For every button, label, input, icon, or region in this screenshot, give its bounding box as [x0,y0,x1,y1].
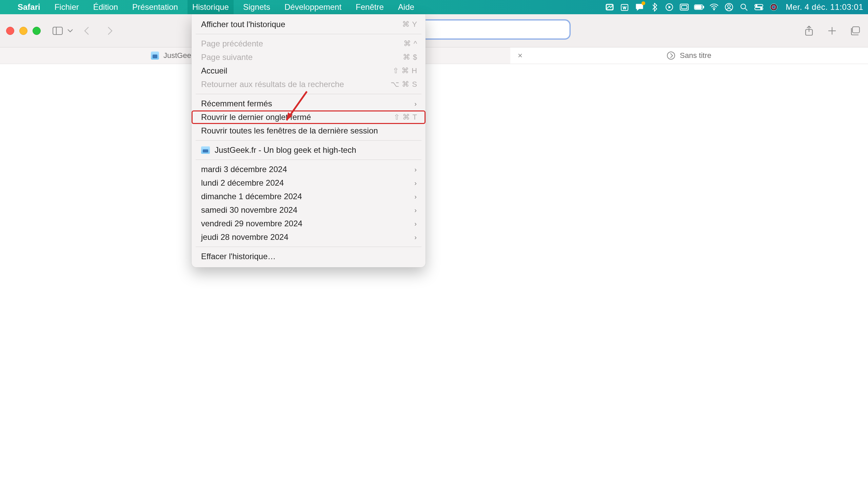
menu-home[interactable]: Accueil ⇧ ⌘ H [192,64,425,78]
menubar-edition[interactable]: Édition [89,0,123,14]
svg-rect-23 [53,27,62,35]
svg-point-14 [741,4,745,9]
screenoverlay-icon[interactable] [604,2,615,12]
menubar-clock[interactable]: Mer. 4 déc. 11:03:01 [783,2,863,12]
tab-title: Sans titre [680,51,711,60]
menubar-app-name[interactable]: Safari [13,0,45,14]
menu-reopen-last-closed-tab[interactable]: Rouvrir le dernier onglet fermé ⇧ ⌘ T [192,110,425,124]
calendar-icon[interactable]: W [620,2,630,12]
window-traffic-lights [6,27,51,35]
menu-history-day[interactable]: dimanche 1 décembre 2024 › [192,190,425,203]
menu-back: Page précédente ⌘ ^ [192,37,425,51]
close-tab-icon[interactable]: × [518,51,523,60]
menubar-right: W Mer. 4 déc. 11:03: [604,0,863,14]
menu-history-day[interactable]: lundi 2 décembre 2024 › [192,176,425,190]
svg-point-19 [761,8,762,10]
menubar-signets[interactable]: Signets [238,0,275,14]
chevron-right-icon: › [414,205,417,215]
historique-dropdown: Afficher tout l'historique ⌘ Y Page préc… [192,14,425,267]
menu-divider [196,94,421,94]
compass-favicon-icon [667,52,675,60]
chevron-right-icon: › [414,192,417,201]
menubar-aide[interactable]: Aide [393,0,419,14]
chevron-right-icon: › [414,99,417,108]
safari-toolbar [0,14,868,48]
sidebar-chevron-down-icon[interactable] [66,24,74,38]
siri-icon[interactable] [769,2,779,12]
tab-title: JustGeek. [153,51,197,60]
menu-divider [196,247,421,247]
menu-recent-page-justgeek[interactable]: JustGeek.fr - Un blog geek et high-tech [192,143,425,157]
menubar-developpement[interactable]: Développement [280,0,346,14]
menubar-fichier[interactable]: Fichier [50,0,84,14]
svg-marker-5 [669,6,671,9]
svg-rect-29 [852,27,859,33]
user-icon[interactable] [724,2,734,12]
stage-manager-icon[interactable] [679,2,689,12]
chevron-right-icon: › [414,165,417,174]
menu-back-to-search-results: Retourner aux résultats de la recherche … [192,78,425,91]
menubar-presentation[interactable]: Présentation [127,0,183,14]
tabs-row: JustGeek. × Sans titre [0,48,868,64]
menubar-historique[interactable]: Historique [188,0,234,14]
menu-history-day[interactable]: jeudi 28 novembre 2024 › [192,231,425,244]
zoom-window-button[interactable] [33,27,41,35]
svg-point-17 [756,5,757,6]
svg-rect-10 [703,6,704,8]
menu-history-day[interactable]: mardi 3 décembre 2024 › [192,162,425,176]
svg-line-15 [745,9,747,11]
menu-divider [196,34,421,34]
svg-rect-1 [607,5,613,10]
menu-clear-history[interactable]: Effacer l'historique… [192,250,425,263]
chevron-right-icon: › [414,178,417,188]
spotlight-search-icon[interactable] [739,2,749,12]
svg-rect-9 [695,5,702,9]
message-notification-icon[interactable] [634,2,644,12]
menu-show-all-history[interactable]: Afficher tout l'historique ⌘ Y [192,18,425,31]
menu-forward: Page suivante ⌘ $ [192,51,425,64]
tab-overview-icon[interactable] [848,24,862,38]
battery-icon[interactable] [694,2,704,12]
menu-history-day[interactable]: vendredi 29 novembre 2024 › [192,217,425,231]
menu-reopen-all-windows[interactable]: Rouvrir toutes les fenêtres de la derniè… [192,124,425,137]
media-icon[interactable] [664,2,674,12]
minimize-window-button[interactable] [19,27,27,35]
svg-rect-7 [681,5,687,9]
share-icon[interactable] [802,24,816,38]
svg-point-13 [728,5,730,8]
forward-button[interactable] [103,24,117,38]
menubar-fenetre[interactable]: Fenêtre [351,0,388,14]
bluetooth-icon[interactable] [649,2,660,12]
menu-history-day[interactable]: samedi 30 novembre 2024 › [192,203,425,217]
justgeek-favicon-icon [201,146,210,154]
svg-text:W: W [623,6,627,10]
back-button[interactable] [80,24,93,38]
sidebar-toggle-icon[interactable] [51,24,64,38]
wifi-icon[interactable] [709,2,719,12]
menu-divider [196,160,421,160]
macos-menubar: Safari Fichier Édition Présentation Hist… [0,0,868,14]
menubar-left: Safari Fichier Édition Présentation Hist… [7,0,419,14]
chevron-right-icon: › [414,219,417,228]
new-tab-icon[interactable] [825,24,839,38]
tab-blank[interactable]: × Sans titre [510,48,868,64]
close-window-button[interactable] [6,27,14,35]
svg-point-11 [713,9,715,10]
menu-recently-closed[interactable]: Récemment fermés › [192,97,425,110]
control-center-icon[interactable] [754,2,764,12]
chevron-right-icon: › [414,232,417,242]
justgeek-favicon-icon [151,52,159,60]
menu-divider [196,140,421,141]
